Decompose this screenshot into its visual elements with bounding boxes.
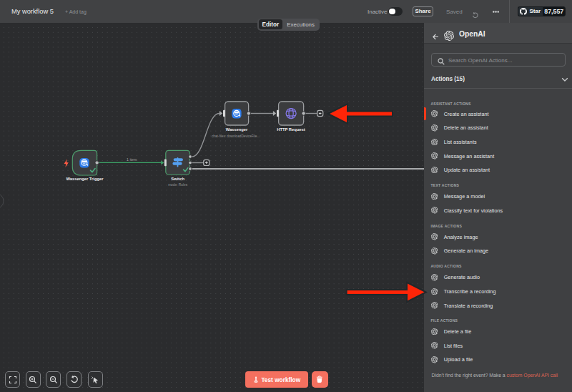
svg-text:Switch: Switch <box>171 177 184 181</box>
svg-text:1 item: 1 item <box>127 157 137 162</box>
svg-text:HTTP Request: HTTP Request <box>277 127 305 132</box>
svg-text:Wassenger: Wassenger <box>226 127 248 132</box>
svg-text:Wassenger Trigger: Wassenger Trigger <box>66 177 104 181</box>
svg-text:mode: Rules: mode: Rules <box>168 183 188 187</box>
svg-text:chat-files: downloadDeviceFile: chat-files: downloadDeviceFile... <box>212 134 260 138</box>
